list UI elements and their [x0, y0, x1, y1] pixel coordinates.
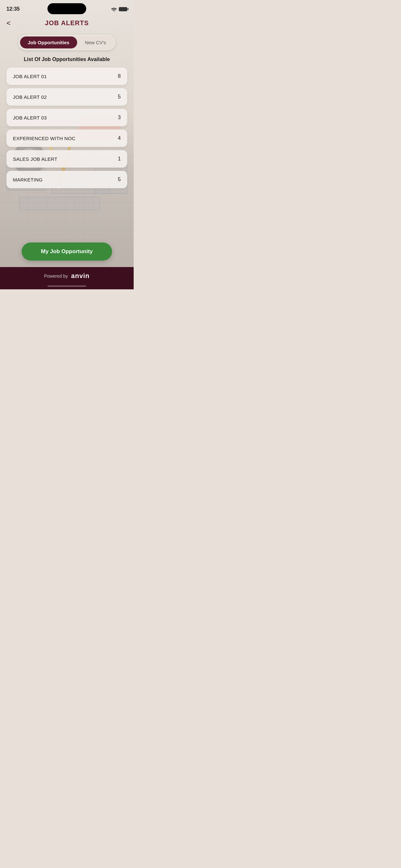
section-title: List Of Job Opportunities Available [0, 57, 134, 62]
alert-name-3: EXPERIENCED WITH NOC [13, 135, 75, 141]
alert-count-4: 1 [118, 156, 121, 162]
tab-new-cvs[interactable]: New CV's [77, 36, 114, 49]
dynamic-island [48, 3, 86, 14]
alert-name-1: JOB ALERT 02 [13, 94, 47, 100]
alerts-list: JOB ALERT 018JOB ALERT 025JOB ALERT 033E… [0, 67, 134, 188]
page-header: < JOB ALERTS [0, 16, 134, 32]
footer: Powered by anvin [0, 267, 134, 289]
page-title: JOB ALERTS [45, 20, 89, 27]
alert-count-1: 5 [118, 94, 121, 100]
my-job-opportunity-button[interactable]: My Job Opportunity [22, 243, 112, 260]
alert-item[interactable]: MARKETING5 [6, 171, 127, 188]
alert-name-4: SALES JOB ALERT [13, 156, 58, 162]
alert-count-5: 5 [118, 177, 121, 182]
tab-switcher: Job Opportunities New CV's [19, 35, 116, 50]
status-time: 12:35 [6, 6, 20, 12]
status-bar: 12:35 [0, 0, 134, 16]
alert-count-2: 3 [118, 115, 121, 120]
tab-job-opportunities[interactable]: Job Opportunities [20, 36, 77, 49]
battery-icon [119, 7, 127, 11]
powered-by-text: Powered by [44, 274, 68, 279]
alert-name-2: JOB ALERT 03 [13, 115, 47, 120]
alert-item[interactable]: JOB ALERT 033 [6, 109, 127, 126]
home-bar [48, 285, 86, 287]
alert-name-0: JOB ALERT 01 [13, 73, 47, 79]
alert-item[interactable]: EXPERIENCED WITH NOC4 [6, 129, 127, 147]
alert-name-5: MARKETING [13, 177, 42, 182]
tab-container: Job Opportunities New CV's [6, 35, 127, 50]
status-icons [111, 7, 127, 11]
bottom-section: My Job Opportunity [0, 236, 134, 267]
alert-item[interactable]: JOB ALERT 025 [6, 88, 127, 105]
alert-item[interactable]: SALES JOB ALERT1 [6, 150, 127, 167]
alert-count-3: 4 [118, 135, 121, 141]
alert-item[interactable]: JOB ALERT 018 [6, 67, 127, 85]
anvin-logo: anvin [71, 272, 89, 280]
wifi-icon [111, 7, 117, 11]
alert-count-0: 8 [118, 73, 121, 79]
back-button[interactable]: < [6, 19, 11, 27]
